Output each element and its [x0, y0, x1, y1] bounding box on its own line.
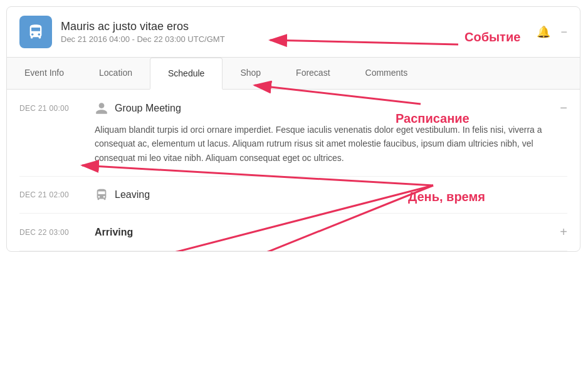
item-title-leaving: Leaving	[115, 189, 567, 200]
collapse-icon[interactable]: −	[560, 26, 567, 39]
tab-location[interactable]: Location	[81, 58, 150, 89]
tab-forecast[interactable]: Forecast	[278, 58, 347, 89]
tab-comments[interactable]: Comments	[348, 58, 426, 89]
tab-shop[interactable]: Shop	[223, 58, 278, 89]
header-actions: 🔔 −	[537, 25, 567, 39]
group-meeting-body: Aliquam blandit turpis id orci ornare im…	[19, 123, 567, 165]
tab-event-info[interactable]: Event Info	[7, 58, 81, 89]
tab-bar: Event Info Location Schedule Shop Foreca…	[7, 58, 580, 90]
item-date-group-meeting: DEC 21 00:00	[19, 104, 95, 113]
item-date-arriving: DEC 22 03:00	[19, 228, 95, 237]
event-title: Mauris ac justo vitae eros	[61, 20, 537, 33]
main-container: Mauris ac justo vitae eros Dec 21 2016 0…	[6, 6, 580, 252]
schedule-content: DEC 21 00:00 Group Meeting − Aliquam bla…	[7, 90, 580, 251]
event-subtitle: Dec 21 2016 04:00 - Dec 22 03:00 UTC/GMT	[61, 34, 537, 44]
schedule-item-group-meeting: DEC 21 00:00 Group Meeting − Aliquam bla…	[19, 90, 567, 177]
tab-schedule[interactable]: Schedule	[150, 58, 223, 90]
schedule-item-leaving: DEC 21 02:00 Leaving	[19, 177, 567, 214]
notification-bell-icon[interactable]: 🔔	[537, 25, 550, 39]
item-header-leaving: DEC 21 02:00 Leaving	[19, 188, 567, 202]
schedule-item-arriving: DEC 22 03:00 Arriving +	[19, 214, 567, 251]
event-icon	[19, 16, 52, 48]
person-icon	[95, 101, 108, 115]
arriving-plus-icon[interactable]: +	[560, 225, 567, 239]
item-date-leaving: DEC 21 02:00	[19, 190, 95, 199]
bus-icon	[95, 188, 108, 202]
item-title-group-meeting: Group Meeting	[115, 103, 560, 114]
item-title-arriving: Arriving	[95, 227, 560, 238]
event-info: Mauris ac justo vitae eros Dec 21 2016 0…	[61, 20, 537, 44]
event-header: Mauris ac justo vitae eros Dec 21 2016 0…	[7, 7, 580, 58]
item-header-group-meeting: DEC 21 00:00 Group Meeting −	[19, 101, 567, 115]
item-header-arriving: DEC 22 03:00 Arriving +	[19, 225, 567, 239]
group-meeting-minus-icon[interactable]: −	[560, 101, 567, 115]
